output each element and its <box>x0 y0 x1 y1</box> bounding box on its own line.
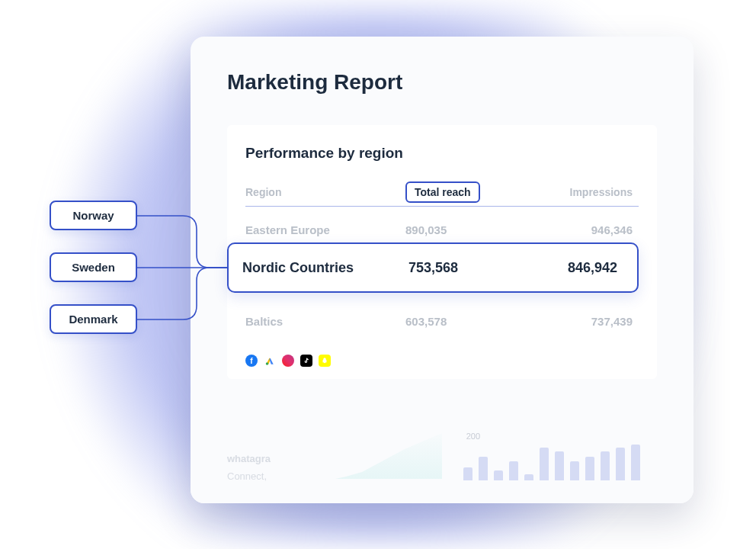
social-icons: f <box>245 355 639 367</box>
ghost-tagline: Connect, <box>227 470 271 482</box>
col-header-reach[interactable]: Total reach <box>405 181 524 203</box>
snapchat-icon <box>319 355 331 367</box>
cell-region: Eastern Europe <box>245 223 405 236</box>
svg-point-0 <box>266 362 269 365</box>
cell-region: Baltics <box>245 315 405 328</box>
cell-impressions: 846,942 <box>527 260 623 276</box>
tiktok-icon <box>300 355 312 367</box>
cell-impressions: 737,439 <box>524 315 639 328</box>
callout-norway[interactable]: Norway <box>50 201 137 230</box>
callout-sweden[interactable]: Sweden <box>50 252 137 282</box>
highlighted-row[interactable]: Nordic Countries 753,568 846,942 <box>227 242 639 293</box>
table-row[interactable]: Baltics 603,578 737,439 <box>245 298 639 344</box>
google-ads-icon <box>264 355 276 367</box>
ghost-card: whatagra Connect, <box>227 453 271 482</box>
ghost-brand: whatagra <box>227 453 271 464</box>
cell-reach: 890,035 <box>405 223 524 236</box>
reach-pill[interactable]: Total reach <box>405 181 480 203</box>
panel-subtitle: Performance by region <box>245 145 639 162</box>
ghost-area-chart <box>335 433 442 479</box>
cell-impressions: 946,346 <box>524 223 639 236</box>
page-title: Marketing Report <box>227 70 657 95</box>
cell-region: Nordic Countries <box>242 260 408 276</box>
cell-reach: 753,568 <box>408 260 527 276</box>
col-header-impressions: Impressions <box>524 186 639 198</box>
callout-denmark[interactable]: Denmark <box>50 304 137 334</box>
cell-reach: 603,578 <box>405 315 524 328</box>
table-header: Region Total reach Impressions <box>245 181 639 207</box>
facebook-icon: f <box>245 355 258 367</box>
ghost-bar-chart <box>463 427 640 480</box>
instagram-icon <box>282 355 294 367</box>
col-header-region: Region <box>245 186 405 198</box>
